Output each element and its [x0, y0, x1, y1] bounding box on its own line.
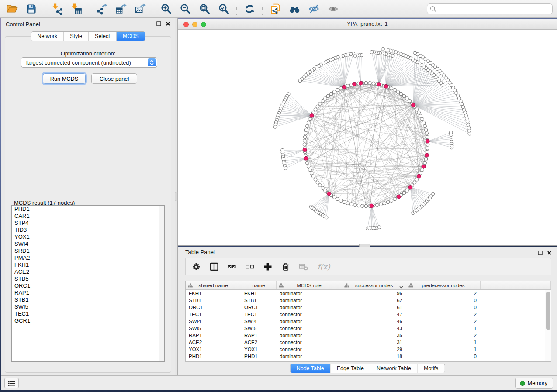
table-cell: 47 — [342, 311, 406, 318]
close-panel-button[interactable]: Close panel — [91, 73, 137, 84]
clone-network-button[interactable] — [268, 1, 283, 16]
add-column-icon — [263, 262, 273, 272]
table-cell: 2 — [406, 290, 481, 297]
export-image-button[interactable] — [133, 1, 148, 16]
table-cell: 2 — [406, 332, 481, 339]
mcds-result-item[interactable]: GCR1 — [12, 317, 164, 324]
mcds-result-item[interactable]: SWI4 — [12, 241, 164, 248]
tab-select[interactable]: Select — [89, 32, 117, 41]
mcds-result-item[interactable]: PHD1 — [12, 206, 164, 213]
table-row[interactable]: ORC1ORC1dominator610 — [186, 304, 551, 311]
table-settings-button[interactable] — [191, 261, 201, 272]
run-mcds-button[interactable]: Run MCDS — [43, 73, 86, 84]
hide-selected-button[interactable] — [306, 1, 321, 16]
select-all-button[interactable] — [227, 261, 237, 272]
zoom-in-button[interactable] — [159, 1, 173, 16]
tab-motifs[interactable]: Motifs — [418, 364, 444, 373]
import-table-button[interactable] — [69, 1, 83, 16]
table-cell: FKH1 — [241, 290, 277, 297]
show-all-button[interactable] — [325, 1, 340, 16]
import-network-button[interactable] — [49, 1, 64, 16]
zoom-fit-button[interactable] — [197, 1, 212, 16]
vertical-splitter-grip[interactable] — [175, 192, 178, 201]
search-input[interactable] — [427, 3, 553, 14]
add-column-button[interactable] — [263, 261, 273, 272]
vertical-splitter[interactable] — [175, 18, 178, 375]
zoom-selected-button[interactable] — [216, 1, 231, 16]
binoculars-button[interactable] — [287, 1, 302, 16]
main-toolbar — [0, 0, 557, 18]
tab-mcds[interactable]: MCDS — [117, 32, 145, 41]
mcds-result-item[interactable]: YOX1 — [12, 234, 164, 241]
network-graph-canvas[interactable] — [178, 30, 557, 245]
table-row[interactable]: PHD1PHD1dominator180 — [186, 353, 551, 360]
network-window-titlebar[interactable]: YPA_prune.txt_1 — [178, 19, 557, 30]
table-row[interactable]: YOX1YOX1connector291 — [186, 346, 551, 353]
column-header-name[interactable]: name — [241, 281, 277, 289]
node-table-body: FKH1FKH1dominator962STB1STB1dominator620… — [186, 290, 551, 360]
toolbar-separator — [89, 3, 89, 15]
column-label: successor nodes — [355, 283, 393, 288]
delete-table-button — [298, 261, 309, 272]
save-session-icon — [25, 3, 37, 15]
tab-node-table[interactable]: Node Table — [291, 364, 331, 373]
table-row[interactable]: RAP1RAP1dominator352 — [186, 332, 551, 339]
mcds-result-list[interactable]: PHD1CAR1STP4TID3YOX1SWI4SRD1PMA2FKH1ACE2… — [11, 205, 165, 362]
float-table-panel-icon[interactable] — [537, 250, 543, 255]
table-cell: 35 — [342, 332, 406, 339]
table-panel-title: Table Panel — [185, 249, 215, 255]
column-header-mcds-role[interactable]: MCDS role — [277, 281, 342, 289]
table-row[interactable]: SWI4SWI4dominator462 — [186, 318, 551, 325]
tab-edge-table[interactable]: Edge Table — [331, 364, 370, 373]
node-table-header: shared namenameMCDS rolesuccessor nodesp… — [186, 281, 551, 290]
table-cell: 43 — [342, 325, 406, 332]
open-file-button[interactable] — [4, 1, 19, 16]
horizontal-splitter-grip[interactable] — [359, 244, 370, 247]
save-session-button[interactable] — [24, 1, 38, 16]
zoom-out-button[interactable] — [178, 1, 193, 16]
float-window-icon[interactable] — [156, 21, 161, 26]
mcds-result-item[interactable]: SRD1 — [12, 248, 164, 254]
mcds-result-item[interactable]: ORC1 — [12, 282, 164, 289]
table-scrollbar[interactable] — [545, 290, 551, 361]
mcds-result-item[interactable]: TEC1 — [12, 310, 164, 317]
refresh-view-button[interactable] — [242, 1, 257, 16]
tab-network-table[interactable]: Network Table — [370, 364, 418, 373]
column-header-shared-name[interactable]: shared name — [186, 281, 241, 289]
mcds-result-item[interactable]: RAP1 — [12, 289, 164, 296]
criterion-dropdown[interactable]: largest connected component (undirected) — [21, 57, 157, 68]
export-network-button[interactable] — [94, 1, 109, 16]
column-label: shared name — [198, 283, 228, 288]
mcds-result-item[interactable]: PMA2 — [12, 254, 164, 261]
mcds-result-item[interactable]: STB5 — [12, 275, 164, 282]
table-cell: 0 — [406, 353, 481, 360]
close-table-panel-icon[interactable] — [547, 250, 552, 255]
mcds-result-item[interactable]: CAR1 — [12, 213, 164, 220]
show-columns-button[interactable] — [209, 261, 219, 272]
memory-button[interactable]: Memory — [515, 378, 553, 389]
delete-columns-button[interactable] — [280, 261, 291, 272]
mcds-result-item[interactable]: SWI5 — [12, 303, 164, 310]
mcds-result-item[interactable]: TID3 — [12, 227, 164, 234]
table-row[interactable]: SWI5SWI5connector431 — [186, 325, 551, 332]
mcds-result-item[interactable]: ACE2 — [12, 268, 164, 275]
table-row[interactable]: FKH1FKH1dominator962 — [186, 290, 551, 297]
column-header-successor-nodes[interactable]: successor nodes — [342, 281, 406, 289]
task-history-button[interactable] — [4, 378, 19, 388]
deselect-all-button[interactable] — [245, 261, 255, 272]
column-header-predecessor-nodes[interactable]: predecessor nodes — [406, 281, 481, 289]
network-view-window: YPA_prune.txt_1 — [178, 19, 557, 246]
table-row[interactable]: STB1STB1dominator620 — [186, 297, 551, 304]
table-row[interactable]: ACE2ACE2connector311 — [186, 339, 551, 346]
close-panel-icon[interactable] — [165, 21, 170, 26]
result-list-scrollbar[interactable] — [159, 206, 164, 361]
export-table-button[interactable] — [114, 1, 128, 16]
tab-style[interactable]: Style — [64, 32, 89, 41]
mcds-result-item[interactable]: FKH1 — [12, 261, 164, 268]
tab-network[interactable]: Network — [31, 32, 64, 41]
table-scrollbar-thumb[interactable] — [546, 292, 550, 330]
mcds-result-item[interactable]: STP4 — [12, 220, 164, 227]
table-row[interactable]: TEC1TEC1connector472 — [186, 311, 551, 318]
table-cell: RAP1 — [241, 332, 277, 339]
mcds-result-item[interactable]: STB1 — [12, 296, 164, 303]
